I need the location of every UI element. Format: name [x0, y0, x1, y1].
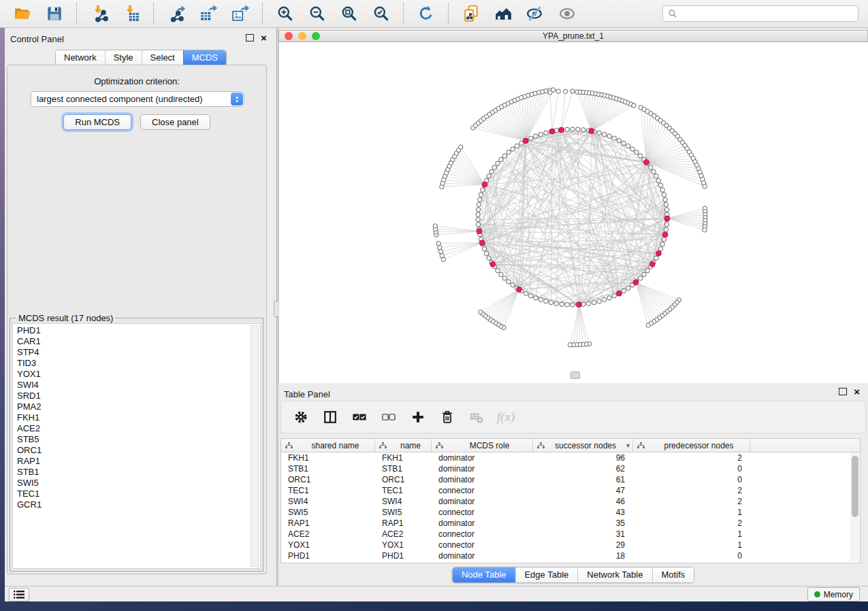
mcds-result-item[interactable]: STB5 [17, 434, 249, 445]
table-cell[interactable]: STB1 [375, 464, 432, 474]
mcds-result-item[interactable]: ORC1 [17, 445, 249, 456]
table-cell[interactable]: 62 [533, 464, 633, 474]
mcds-result-item[interactable]: SWI5 [17, 478, 249, 489]
refresh-layout-icon[interactable] [417, 5, 435, 23]
table-cell[interactable]: dominator [432, 464, 533, 474]
search-input[interactable] [681, 8, 858, 19]
show-all-eye-icon[interactable] [558, 5, 576, 23]
close-panel-icon[interactable]: × [261, 35, 267, 42]
tab-select[interactable]: Select [142, 50, 183, 65]
table-cell[interactable]: 1 [633, 508, 750, 517]
save-session-icon[interactable] [45, 5, 63, 23]
mcds-result-item[interactable]: GCR1 [17, 499, 249, 510]
table-cell[interactable]: 46 [533, 497, 633, 506]
table-cell[interactable]: SWI5 [281, 508, 375, 517]
table-row[interactable]: TEC1TEC1connector472 [281, 485, 860, 496]
table-cell[interactable]: TEC1 [375, 486, 432, 495]
table-cell[interactable]: TEC1 [281, 486, 375, 495]
table-cell[interactable]: 96 [533, 453, 633, 463]
mcds-result-item[interactable]: STP4 [17, 347, 249, 358]
table-row[interactable]: SWI4SWI4dominator462 [281, 496, 860, 507]
table-cell[interactable]: FKH1 [281, 453, 375, 463]
criterion-select[interactable]: largest connected component (undirected)… [31, 91, 244, 107]
table-row[interactable]: YOX1YOX1connector291 [281, 540, 860, 550]
table-cell[interactable]: FKH1 [375, 453, 432, 463]
table-row[interactable]: SWI5SWI5connector431 [281, 507, 860, 518]
export-table-icon[interactable] [199, 5, 217, 23]
table-cell[interactable]: ACE2 [281, 529, 375, 539]
table-cell[interactable]: SWI5 [375, 508, 432, 517]
close-panel-icon[interactable]: × [854, 389, 860, 395]
table-cell[interactable]: connector [432, 540, 533, 550]
float-panel-icon[interactable] [839, 388, 847, 395]
import-network-icon[interactable] [90, 5, 108, 23]
table-cell[interactable]: 29 [533, 540, 633, 550]
export-image-icon[interactable] [231, 5, 249, 23]
table-row[interactable]: RAP1RAP1dominator352 [281, 518, 860, 529]
table-row[interactable]: ACE2ACE2connector311 [281, 529, 860, 540]
mcds-result-item[interactable]: ACE2 [17, 423, 249, 434]
mcds-result-item[interactable]: YOX1 [17, 369, 249, 380]
tab-network-table[interactable]: Network Table [577, 567, 652, 582]
open-session-icon[interactable] [13, 5, 31, 23]
table-scrollbar-thumb[interactable] [852, 456, 858, 517]
table-cell[interactable]: dominator [432, 518, 533, 528]
table-cell[interactable]: STB1 [281, 464, 375, 474]
table-cell[interactable]: 0 [633, 475, 750, 484]
run-mcds-button[interactable]: Run MCDS [63, 114, 131, 130]
table-cell[interactable]: 61 [533, 475, 633, 484]
table-cell[interactable]: connector [432, 529, 533, 539]
tab-edge-table[interactable]: Edge Table [515, 567, 577, 582]
table-cell[interactable]: 47 [533, 486, 633, 495]
table-row[interactable]: STB1STB1dominator620 [281, 463, 860, 474]
mcds-result-item[interactable]: PMA2 [17, 401, 249, 412]
float-panel-icon[interactable] [246, 34, 254, 42]
table-cell[interactable]: 43 [533, 508, 633, 517]
column-header-successor-nodes[interactable]: successor nodes▾ [533, 439, 633, 452]
tab-motifs[interactable]: Motifs [652, 567, 694, 582]
table-cell[interactable]: RAP1 [281, 518, 375, 528]
task-history-button[interactable] [9, 588, 29, 601]
mcds-result-item[interactable]: RAP1 [17, 456, 249, 467]
mcds-result-item[interactable]: STB1 [17, 467, 249, 478]
table-cell[interactable]: 2 [633, 453, 750, 463]
table-cell[interactable]: RAP1 [375, 518, 432, 528]
mcds-result-item[interactable]: FKH1 [17, 412, 249, 423]
column-header-shared-name[interactable]: shared name [281, 439, 375, 452]
table-cell[interactable]: 2 [633, 486, 750, 495]
mcds-result-item[interactable]: SWI4 [17, 380, 249, 391]
column-header-name[interactable]: name [375, 439, 432, 452]
table-cell[interactable]: 0 [633, 464, 750, 474]
table-cell[interactable]: YOX1 [375, 540, 432, 550]
table-cell[interactable]: dominator [432, 453, 533, 463]
table-cell[interactable]: 35 [533, 518, 633, 528]
create-column-plus-icon[interactable] [409, 408, 427, 426]
table-cell[interactable]: YOX1 [281, 540, 375, 550]
mcds-result-item[interactable]: TID3 [17, 358, 249, 369]
tab-node-table[interactable]: Node Table [453, 567, 515, 582]
table-settings-gear-icon[interactable] [292, 408, 310, 426]
mcds-result-item[interactable]: SRD1 [17, 391, 249, 401]
tab-network[interactable]: Network [56, 50, 105, 65]
column-header-MCDS-role[interactable]: MCDS role [432, 439, 533, 452]
zoom-out-icon[interactable] [308, 5, 326, 23]
memory-button[interactable]: Memory [807, 587, 860, 601]
table-cell[interactable]: dominator [432, 497, 533, 506]
table-cell[interactable]: ORC1 [281, 475, 375, 484]
delete-column-trash-icon[interactable] [438, 408, 456, 426]
first-neighbors-icon[interactable] [494, 5, 512, 23]
table-cell[interactable]: dominator [432, 551, 533, 561]
import-table-icon[interactable] [122, 5, 140, 23]
zoom-fit-icon[interactable] [340, 5, 358, 23]
zoom-selected-icon[interactable] [372, 5, 390, 23]
table-cell[interactable]: 2 [633, 497, 750, 506]
table-row[interactable]: PHD1PHD1dominator180 [281, 550, 860, 561]
table-cell[interactable]: PHD1 [281, 551, 375, 561]
table-cell[interactable]: 0 [633, 551, 750, 561]
table-cell[interactable]: SWI4 [375, 497, 432, 506]
table-cell[interactable]: 31 [533, 529, 633, 539]
export-network-icon[interactable] [167, 5, 185, 23]
clone-network-icon[interactable] [462, 5, 480, 23]
deselect-all-icon[interactable] [380, 408, 398, 426]
table-cell[interactable]: dominator [432, 475, 533, 484]
